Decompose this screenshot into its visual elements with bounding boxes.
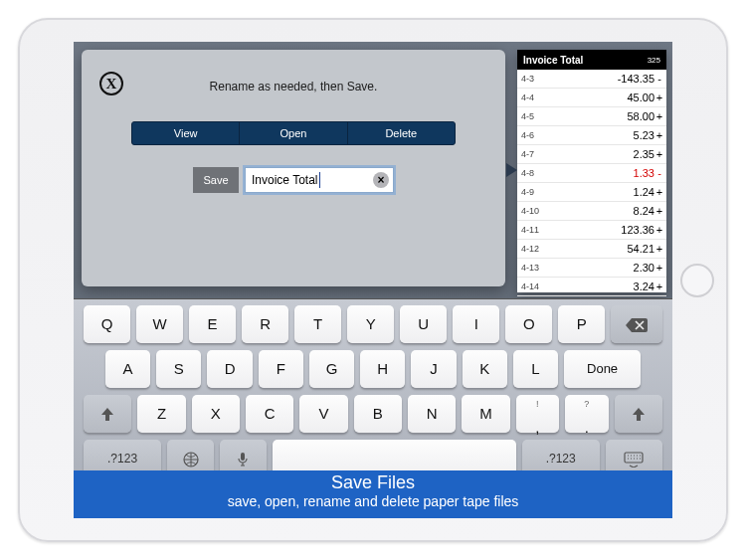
key-o[interactable]: O <box>505 305 552 343</box>
app-screen: X Rename as needed, then Save. View Open… <box>74 42 672 518</box>
key-h[interactable]: H <box>360 350 405 388</box>
tape-pointer-icon <box>506 163 517 177</box>
tape-row-value: 1.24 <box>551 186 654 198</box>
tape-row-value: 2.35 <box>551 148 654 160</box>
banner-title: Save Files <box>74 472 672 493</box>
tape-row[interactable]: 4-108.24+ <box>517 202 666 221</box>
tape-row-label: 4-4 <box>521 93 551 102</box>
banner-subtitle: save, open, rename and delete paper tape… <box>74 493 672 509</box>
key-r[interactable]: R <box>242 305 288 343</box>
key-u[interactable]: U <box>400 305 447 343</box>
svg-rect-1 <box>241 453 245 461</box>
key-d[interactable]: D <box>207 350 252 388</box>
tape-panel: Invoice Total 325 4-3-143.35-4-445.00+4-… <box>517 50 666 292</box>
tape-row[interactable]: 4-132.30+ <box>517 259 666 278</box>
key-y[interactable]: Y <box>347 305 394 343</box>
tape-row-op: - <box>654 73 664 85</box>
tape-row-label: 4-8 <box>521 168 551 178</box>
key-exclaim[interactable]: ! , <box>516 395 560 433</box>
key-row-3: ZXCVBNM ! , ? . <box>80 395 666 433</box>
key-g[interactable]: G <box>309 350 354 388</box>
key-f[interactable]: F <box>259 350 303 388</box>
backspace-icon <box>626 318 648 332</box>
key-w[interactable]: W <box>136 305 183 343</box>
key-b[interactable]: B <box>354 395 402 433</box>
tape-row-label: 4-10 <box>521 206 551 216</box>
save-button[interactable]: Save <box>193 167 239 193</box>
tape-count: 325 <box>648 56 660 65</box>
text-caret <box>319 172 320 188</box>
shift-key-right[interactable] <box>615 395 662 433</box>
globe-icon <box>183 452 199 467</box>
work-area: X Rename as needed, then Save. View Open… <box>74 42 672 298</box>
tape-row-label: 4-3 <box>521 74 551 84</box>
tape-row-value: 123.36 <box>551 224 654 236</box>
seg-view[interactable]: View <box>132 122 240 144</box>
tape-row[interactable]: 4-81.33- <box>517 164 666 183</box>
key-e[interactable]: E <box>189 305 236 343</box>
tape-row-op: + <box>654 110 664 122</box>
key-t[interactable]: T <box>294 305 341 343</box>
tape-row[interactable]: 4-558.00+ <box>517 107 666 126</box>
home-button[interactable] <box>680 264 714 297</box>
key-j[interactable]: J <box>411 350 456 388</box>
tape-row-value: 54.21 <box>551 243 654 255</box>
ipad-frame: X Rename as needed, then Save. View Open… <box>18 18 728 542</box>
tape-row-value: 3.24 <box>551 280 654 292</box>
tape-row[interactable]: 4-65.23+ <box>517 126 666 145</box>
filename-input[interactable]: Invoice Total × <box>245 167 394 193</box>
hide-keyboard-icon <box>624 452 644 467</box>
tape-row-op: + <box>654 262 664 274</box>
key-v[interactable]: V <box>299 395 347 433</box>
tape-rows[interactable]: 4-3-143.35-4-445.00+4-558.00+4-65.23+4-7… <box>517 70 666 296</box>
mic-icon <box>238 452 248 467</box>
tape-row-label: 4-11 <box>521 225 551 235</box>
tape-header: Invoice Total 325 <box>517 50 666 70</box>
tape-row-op: - <box>654 167 664 179</box>
done-key[interactable]: Done <box>564 350 641 388</box>
key-a[interactable]: A <box>105 350 150 388</box>
seg-delete[interactable]: Delete <box>348 122 455 144</box>
save-dialog: X Rename as needed, then Save. View Open… <box>82 50 505 286</box>
tape-row-value: 45.00 <box>551 92 654 103</box>
tape-row[interactable]: 4-143.24+ <box>517 278 666 296</box>
save-row: Save Invoice Total × <box>193 167 394 193</box>
shift-key-left[interactable] <box>84 395 131 433</box>
key-m[interactable]: M <box>462 395 509 433</box>
tape-row[interactable]: 4-72.35+ <box>517 145 666 164</box>
key-k[interactable]: K <box>463 350 507 388</box>
key-c[interactable]: C <box>246 395 293 433</box>
tape-row-label: 4-5 <box>521 111 551 121</box>
seg-open[interactable]: Open <box>240 122 347 144</box>
tape-row[interactable]: 4-91.24+ <box>517 183 666 202</box>
tape-row-op: + <box>654 280 664 292</box>
key-row-1: QWERTYUIOP <box>80 305 666 343</box>
tape-row-label: 4-14 <box>521 281 551 291</box>
key-q[interactable]: Q <box>84 305 130 343</box>
key-l[interactable]: L <box>513 350 558 388</box>
shift-icon <box>632 408 646 422</box>
key-row-2: ASDFGHJKLDone <box>80 350 666 388</box>
shift-icon <box>100 408 114 422</box>
key-question[interactable]: ? . <box>565 395 609 433</box>
tape-row[interactable]: 4-1254.21+ <box>517 240 666 259</box>
tape-row-value: 58.00 <box>551 110 654 122</box>
tape-row[interactable]: 4-11123.36+ <box>517 221 666 240</box>
tape-row[interactable]: 4-445.00+ <box>517 89 666 107</box>
backspace-key[interactable] <box>611 305 662 343</box>
keyboard: QWERTYUIOP ASDFGHJKLDone ZXCVBNM ! , ? <box>74 298 672 497</box>
tape-row[interactable]: 4-3-143.35- <box>517 70 666 89</box>
key-s[interactable]: S <box>156 350 201 388</box>
key-z[interactable]: Z <box>137 395 185 433</box>
tape-row-label: 4-13 <box>521 263 551 273</box>
tape-row-op: + <box>654 129 664 141</box>
clear-icon[interactable]: × <box>373 172 389 188</box>
key-i[interactable]: I <box>453 305 499 343</box>
tape-row-label: 4-12 <box>521 244 551 254</box>
svg-rect-2 <box>625 453 643 463</box>
key-p[interactable]: P <box>558 305 605 343</box>
key-x[interactable]: X <box>192 395 240 433</box>
key-n[interactable]: N <box>408 395 456 433</box>
tape-row-value: 5.23 <box>551 129 654 141</box>
filename-text: Invoice Total <box>252 173 318 187</box>
